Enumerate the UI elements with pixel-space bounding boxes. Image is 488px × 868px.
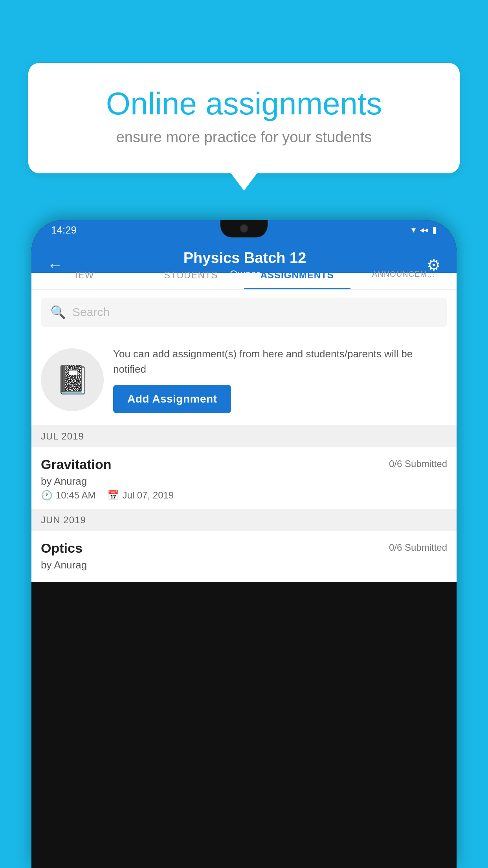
assignment-time-gravitation: 🕐 10:45 AM bbox=[41, 490, 95, 501]
assignment-title-gravitation: Gravitation bbox=[41, 457, 111, 472]
assignment-author-gravitation: by Anurag bbox=[41, 475, 447, 487]
battery-icon: ▮ bbox=[432, 225, 437, 235]
search-bar[interactable]: 🔍 Search bbox=[41, 298, 447, 327]
assignment-header-optics: Optics 0/6 Submitted bbox=[41, 541, 447, 556]
status-time: 14:29 bbox=[51, 224, 77, 236]
speech-bubble-container: Online assignments ensure more practice … bbox=[28, 63, 460, 173]
notebook-icon: 📓 bbox=[55, 364, 90, 396]
tab-assignments[interactable]: ASSIGNMENTS bbox=[244, 259, 350, 289]
bubble-subtitle: ensure more practice for your students bbox=[56, 129, 432, 146]
search-placeholder: Search bbox=[72, 305, 110, 319]
promo-text-area: You can add assignment(s) from here and … bbox=[113, 346, 445, 413]
promo-banner: 📓 You can add assignment(s) from here an… bbox=[31, 335, 457, 425]
assignment-item-optics[interactable]: Optics 0/6 Submitted by Anurag bbox=[31, 531, 457, 582]
assignment-item-gravitation[interactable]: Gravitation 0/6 Submitted by Anurag 🕐 10… bbox=[31, 447, 457, 509]
notch bbox=[220, 220, 268, 237]
assignment-submitted-optics: 0/6 Submitted bbox=[389, 542, 447, 553]
search-icon: 🔍 bbox=[50, 305, 66, 320]
status-icons: ▾ ◂◂ ▮ bbox=[411, 225, 437, 235]
speech-bubble: Online assignments ensure more practice … bbox=[28, 63, 460, 173]
month-separator-jul: JUL 2019 bbox=[31, 425, 457, 447]
add-assignment-button[interactable]: Add Assignment bbox=[113, 385, 231, 413]
phone-frame: 14:29 ▾ ◂◂ ▮ ← Physics Batch 12 Owner ⚙ … bbox=[31, 220, 457, 868]
wifi-icon: ▾ bbox=[411, 225, 416, 235]
assignment-meta-gravitation: 🕐 10:45 AM 📅 Jul 07, 2019 bbox=[41, 490, 447, 501]
search-bar-wrapper: 🔍 Search bbox=[31, 290, 457, 335]
tab-announcements[interactable]: ANNOUNCEM... bbox=[350, 259, 457, 289]
signal-icon: ◂◂ bbox=[420, 225, 428, 235]
camera-notch bbox=[240, 224, 248, 233]
bubble-title: Online assignments bbox=[56, 86, 432, 121]
assignment-submitted-gravitation: 0/6 Submitted bbox=[389, 458, 447, 469]
assignment-author-optics: by Anurag bbox=[41, 559, 447, 571]
assignment-header: Gravitation 0/6 Submitted bbox=[41, 457, 447, 472]
assignment-title-optics: Optics bbox=[41, 541, 83, 556]
tab-iew[interactable]: IEW bbox=[31, 259, 138, 289]
tabs-bar: IEW STUDENTS ASSIGNMENTS ANNOUNCEM... bbox=[31, 259, 457, 290]
phone-notch-area: 14:29 ▾ ◂◂ ▮ ← Physics Batch 12 Owner ⚙ bbox=[31, 220, 457, 259]
promo-icon-circle: 📓 bbox=[41, 348, 104, 411]
assignment-date-gravitation: 📅 Jul 07, 2019 bbox=[107, 490, 174, 501]
calendar-icon: 📅 bbox=[107, 490, 119, 501]
promo-description: You can add assignment(s) from here and … bbox=[113, 346, 445, 377]
clock-icon: 🕐 bbox=[41, 490, 53, 501]
month-separator-jun: JUN 2019 bbox=[31, 509, 457, 531]
tab-students[interactable]: STUDENTS bbox=[138, 259, 244, 289]
